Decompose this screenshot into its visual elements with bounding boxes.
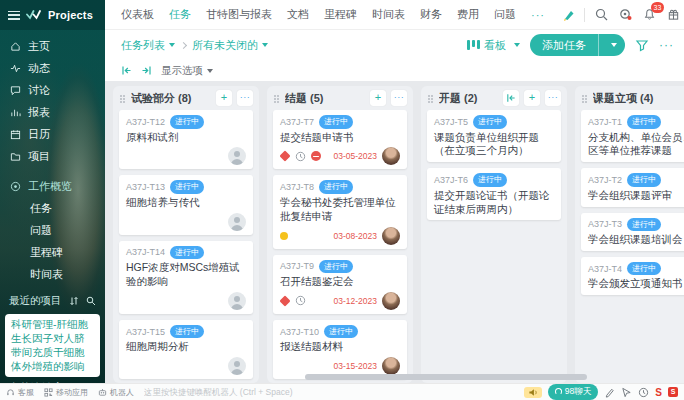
announcement-button[interactable] [524,387,542,398]
tab-tasks[interactable]: 任务 [169,7,191,22]
kanban-board: 试验部分 (8) + ··· A37J-T12进行中 原料和试剂 A37J-T1… [105,81,684,383]
sidebar-item-label: 里程碑 [30,245,63,260]
task-card[interactable]: A37J-T14进行中 HGF浓度对MSCs增殖试验的影响 [119,241,253,314]
sidebar-item-timesheet[interactable]: 时间表 [0,263,105,285]
gift-icon[interactable] [666,7,681,22]
drag-grip-icon[interactable] [120,95,122,97]
task-card[interactable]: A37J-T15进行中 细胞周期分析 [119,320,253,379]
sogou-input-icon[interactable]: S [655,387,662,398]
assignee-avatar[interactable] [382,227,400,245]
assignee-avatar-placeholder[interactable] [228,292,246,310]
tabs-more-button[interactable]: ··· [531,9,545,21]
task-card[interactable]: A37J-T8进行中 学会秘书处委托管理单位批复结申请 03-08-2023 [273,175,407,248]
add-card-button[interactable]: + [216,90,232,106]
tab-dashboard[interactable]: 仪表板 [121,7,154,22]
task-card[interactable]: A37J-T3进行中 学会组织课题培训会 [581,213,684,251]
sidebar-item-calendar[interactable]: 日历 [0,123,105,145]
task-id: A37J-T8 [280,182,314,192]
add-task-dropdown[interactable] [598,34,625,56]
task-card[interactable]: A37J-T12进行中 原料和试剂 [119,110,253,169]
clock-icon[interactable] [638,387,649,398]
assignee-avatar[interactable] [382,147,400,165]
display-options-selector[interactable]: 显示选项 [161,64,213,78]
menu-hamburger-icon[interactable] [8,11,20,20]
task-card[interactable]: A37J-T9进行中 召开结题鉴定会 03-12-2023 [273,255,407,314]
sort-icon[interactable] [69,296,79,306]
collapse-right-icon[interactable] [141,65,152,76]
chat-button[interactable]: 98聊天 [548,384,598,400]
sidebar-item-home[interactable]: 主页 [0,35,105,57]
target-icon[interactable] [618,7,633,22]
pen-icon[interactable] [560,7,575,22]
assignee-avatar-placeholder[interactable] [228,147,246,165]
task-title: 提交结题申请书 [280,131,400,145]
search-icon[interactable] [594,7,609,22]
task-card[interactable]: A37J-T5进行中 课题负责单位组织开题（在立项三个月内） [427,110,561,162]
tab-documents[interactable]: 文档 [287,7,309,22]
sidebar-project-active[interactable]: 科研管理-肝细胞生长因子对人脐带间充质干细胞体外增殖的影响 [5,314,100,377]
add-task-button[interactable]: 添加任务 [530,34,625,56]
pen-tool-icon[interactable] [604,387,615,398]
tab-milestones[interactable]: 里程碑 [324,7,357,22]
add-card-button[interactable]: + [524,90,540,106]
task-card[interactable]: A37J-T6进行中 提交开题论证书（开题论证结束后两周内） [427,168,561,220]
task-filter-selector[interactable]: 所有未关闭的 [192,38,268,53]
assignee-avatar-placeholder[interactable] [228,213,246,231]
headset-icon [6,388,15,397]
filter-icon[interactable] [635,38,649,52]
search-projects-icon[interactable] [86,296,96,306]
horizontal-scrollbar-thumb[interactable] [305,374,587,380]
add-card-button[interactable]: + [370,90,386,106]
task-card[interactable]: A37J-T4进行中 学会颁发立项通知书 [581,257,684,295]
assignee-avatar-placeholder[interactable] [228,357,246,375]
task-card[interactable]: A37J-T10进行中 报送结题材料 03-15-2023 [273,320,407,379]
toolbar-more-button[interactable]: ··· [659,38,674,52]
app-logo-text: Projects [48,9,93,21]
assignee-avatar[interactable] [382,357,400,375]
tab-issues[interactable]: 问题 [494,7,516,22]
sidebar-item-activity[interactable]: 动态 [0,57,105,79]
collapse-left-icon[interactable] [121,65,132,76]
robot-command-input[interactable] [144,387,394,397]
sogou-logo-icon[interactable]: S [668,387,678,397]
column-menu-button[interactable]: ··· [391,90,407,106]
sidebar-item-tasks[interactable]: 任务 [0,197,105,219]
board-column-opening: 开题 (2) + ··· A37J-T5进行中 课题负责单位组织开题（在立项三个… [421,86,567,383]
tab-timesheet[interactable]: 时间表 [372,7,405,22]
column-menu-button[interactable]: ··· [237,90,253,106]
view-selector[interactable]: 看板 [467,38,520,53]
sidebar-item-discussion[interactable]: 讨论 [0,79,105,101]
sidebar-item-reports[interactable]: 报表 [0,101,105,123]
sidebar-item-milestones[interactable]: 里程碑 [0,241,105,263]
task-list-selector[interactable]: 任务列表 [121,38,175,53]
tab-gantt-reports[interactable]: 甘特图与报表 [206,7,272,22]
drag-grip-icon[interactable] [428,95,430,97]
sidebar-item-label: 任务 [30,201,52,216]
cursor-icon[interactable] [621,387,632,398]
task-card[interactable]: A37J-T7进行中 提交结题申请书 03-05-2023 [273,110,407,169]
sidebar-item-issues[interactable]: 问题 [0,219,105,241]
mobile-app-button[interactable]: 移动应用 [44,387,88,398]
task-id: A37J-T7 [280,117,314,127]
column-menu-button[interactable]: ··· [545,90,561,106]
sidebar-section-work-overview[interactable]: 工作概览 [0,175,105,197]
task-card[interactable]: A37J-T13进行中 细胞培养与传代 [119,175,253,234]
collapse-column-button[interactable] [503,90,519,106]
status-badge: 进行中 [627,218,661,232]
priority-medium-icon [280,232,288,240]
sidebar-item-projects[interactable]: 项目 [0,145,105,167]
drag-grip-icon[interactable] [274,95,276,97]
robot-button[interactable]: 机器人 [98,387,134,398]
task-card[interactable]: A37J-T1进行中 分支机构、单位会员、园区等单位推荐课题 [581,110,684,162]
drag-grip-icon[interactable] [582,95,584,97]
task-card[interactable]: A37J-T2进行中 学会组织课题评审 [581,168,684,206]
customer-service-button[interactable]: 客服 [6,387,34,398]
display-options-label: 显示选项 [161,64,203,78]
tab-finance[interactable]: 财务 [420,7,442,22]
folder-icon [10,151,21,162]
task-title: 学会组织课题评审 [588,189,684,203]
assignee-avatar[interactable] [382,292,400,310]
due-date: 03-12-2023 [334,296,377,306]
bell-icon[interactable]: 33 [642,7,657,22]
tab-expenses[interactable]: 费用 [457,7,479,22]
